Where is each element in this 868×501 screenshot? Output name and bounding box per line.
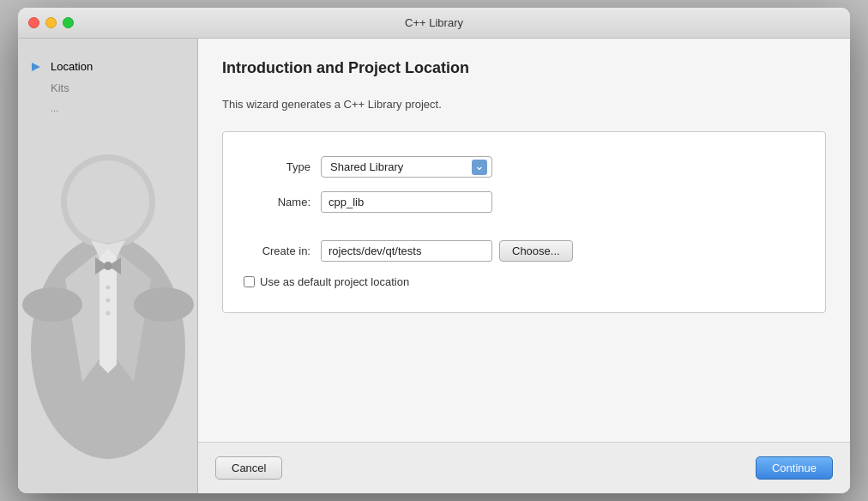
sidebar-item-location[interactable]: Location (18, 56, 197, 77)
panel-header: Introduction and Project Location (198, 39, 850, 98)
window-title: C++ Library (405, 16, 463, 29)
sidebar-item-dots: ... (18, 99, 197, 118)
close-button[interactable] (28, 17, 39, 28)
svg-point-10 (22, 287, 82, 322)
svg-marker-15 (32, 63, 40, 71)
checkbox-row: Use as default project location (244, 275, 805, 288)
main-window: C++ Library (18, 8, 850, 493)
location-label: Location (51, 60, 93, 73)
svg-point-8 (106, 299, 111, 303)
dots-label: ... (51, 103, 58, 113)
svg-point-11 (134, 287, 194, 322)
create-in-label: Create in: (244, 244, 321, 257)
cancel-button[interactable]: Cancel (215, 456, 282, 480)
right-panel: Introduction and Project Location This w… (198, 39, 850, 493)
create-in-input[interactable] (321, 240, 492, 262)
maximize-button[interactable] (63, 17, 74, 28)
continue-button[interactable]: Continue (756, 456, 833, 480)
svg-point-7 (106, 286, 111, 290)
create-in-wrapper: Choose... (321, 240, 573, 262)
sidebar-nav: Location Kits ... (18, 39, 197, 135)
form-container: Type Shared Library Static Library Qt Pl… (222, 131, 826, 313)
content-area: Location Kits ... Introduction and Proje… (18, 39, 850, 493)
sidebar: Location Kits ... (18, 39, 198, 493)
form-spacer (244, 226, 805, 240)
title-bar: C++ Library (18, 8, 850, 39)
checkbox-label: Use as default project location (260, 275, 409, 288)
name-row: Name: (244, 191, 805, 213)
minimize-button[interactable] (45, 17, 57, 28)
type-label: Type (244, 160, 321, 173)
type-select[interactable]: Shared Library Static Library Qt Plugin (321, 156, 492, 178)
sidebar-item-kits[interactable]: Kits (18, 77, 197, 99)
type-row: Type Shared Library Static Library Qt Pl… (244, 156, 805, 178)
choose-button[interactable]: Choose... (499, 240, 573, 262)
tuxedo-illustration (18, 107, 197, 493)
svg-point-6 (104, 262, 112, 270)
svg-point-13 (67, 160, 149, 243)
svg-point-9 (106, 311, 111, 316)
bottom-bar: Cancel Continue (198, 442, 850, 493)
default-location-checkbox[interactable] (244, 276, 255, 287)
arrow-right-icon (32, 61, 45, 73)
name-input[interactable] (321, 191, 492, 213)
wizard-description: This wizard generates a C++ Library proj… (222, 98, 826, 111)
type-select-wrapper: Shared Library Static Library Qt Plugin (321, 156, 492, 178)
panel-body: This wizard generates a C++ Library proj… (198, 98, 850, 442)
traffic-lights (28, 17, 74, 28)
kits-label: Kits (51, 81, 69, 94)
create-in-row: Create in: Choose... (244, 240, 805, 262)
name-label: Name: (244, 196, 321, 208)
page-title: Introduction and Project Location (222, 59, 826, 77)
